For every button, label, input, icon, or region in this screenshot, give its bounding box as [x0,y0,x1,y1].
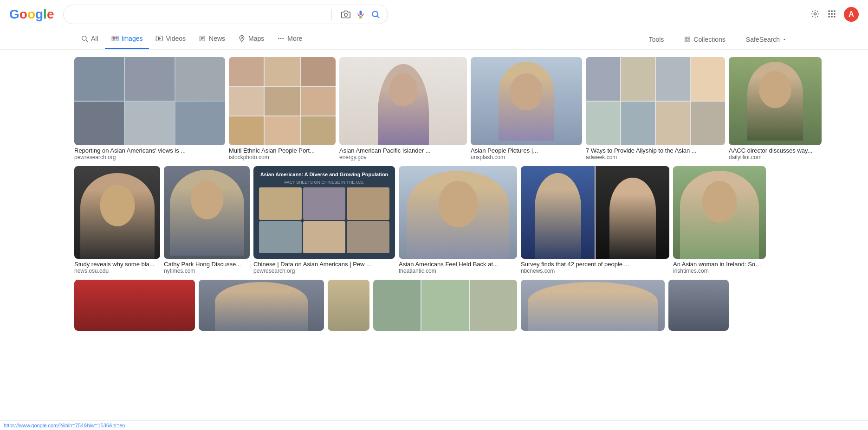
image-card-1-2[interactable]: Multi Ethnic Asian People Port... istock… [229,57,336,164]
svg-rect-11 [831,13,832,14]
image-2-5-thumbnail [521,166,669,259]
image-2-6-thumbnail [673,166,766,259]
microphone-icon [356,10,365,19]
image-card-1-3[interactable]: Asian American Pacific Islander ... ener… [339,57,467,164]
nav-all-label: All [91,35,98,42]
search-submit-button[interactable] [371,10,380,19]
image-card-2-4[interactable]: Asian Americans Feel Held Back at... the… [399,166,517,278]
logo-o1: o [19,7,27,22]
nav-images-label: Images [122,35,143,42]
svg-rect-19 [112,37,115,39]
svg-rect-21 [112,39,115,40]
card-title-2-6: An Asian woman in Ireland: Some ... [673,261,766,268]
nav-news[interactable]: News [192,29,232,49]
search-bar: asian people [63,5,388,24]
svg-rect-8 [831,10,832,12]
card-info-1-4: Asian People Pictures |... unsplash.com [471,145,582,164]
search-icons [328,9,380,20]
image-card-2-5[interactable]: Survey finds that 42 percent of people .… [521,166,669,278]
nav-bar: All Images Videos News Maps More Tools C… [0,29,868,50]
card-title-2-3: Chinese | Data on Asian Americans | Pew … [253,261,395,268]
nav-maps-label: Maps [248,35,264,42]
search-input[interactable]: asian people [71,10,328,19]
image-card-1-1[interactable]: Reporting on Asian Americans' views is .… [74,57,225,164]
card-title-1-5: 7 Ways to Provide Allyship to the Asian … [586,147,725,154]
nav-videos[interactable]: Videos [149,29,192,49]
card-info-1-5: 7 Ways to Provide Allyship to the Asian … [586,145,725,164]
svg-rect-12 [834,13,835,14]
nav-more[interactable]: More [271,29,309,49]
logo-g2: g [35,7,43,22]
image-card-1-4[interactable]: Asian People Pictures |... unsplash.com [471,57,582,164]
card-title-2-1: Study reveals why some bla... [74,261,160,268]
image-2-2-thumbnail [164,166,250,259]
card-title-2-2: Cathy Park Hong Discusse... [164,261,250,268]
nav-more-label: More [287,35,302,42]
collections-button[interactable]: Collections [678,32,732,47]
svg-rect-14 [831,16,832,17]
grid-icon [827,9,836,19]
collections-label: Collections [693,36,725,43]
svg-marker-24 [159,37,161,39]
image-card-3-6[interactable] [668,280,729,331]
image-card-2-6[interactable]: An Asian woman in Ireland: Some ... iris… [673,166,766,278]
safesearch-button[interactable]: SafeSearch [739,32,794,47]
image-card-2-3[interactable]: Asian Americans: A Diverse and Growing P… [253,166,395,278]
svg-line-17 [86,40,88,42]
card-info-1-6: AACC director discusses way... dailyilli… [729,145,822,164]
image-1-5-thumbnail [586,57,725,145]
image-row-3 [74,280,868,331]
header-right: A [810,7,859,22]
nav-all[interactable]: All [74,29,105,49]
card-title-1-1: Reporting on Asian Americans' views is .… [74,147,225,154]
card-source-2-5: nbcnews.com [521,268,669,274]
card-source-1-4: unsplash.com [471,154,582,160]
image-card-2-2[interactable]: Cathy Park Hong Discusse... nytimes.com [164,166,250,278]
news-icon [199,35,206,42]
card-info-2-1: Study reveals why some bla... news.osu.e… [74,259,160,278]
avatar[interactable]: A [844,7,859,22]
settings-button[interactable] [810,9,820,20]
safesearch-label: SafeSearch [746,36,780,43]
voice-search-button[interactable] [356,10,365,19]
image-card-3-3[interactable] [328,280,369,331]
logo-e: e [47,7,54,22]
camera-search-button[interactable] [341,10,350,19]
svg-rect-13 [829,16,830,17]
card-source-2-6: irishtimes.com [673,268,766,274]
card-source-2-1: news.osu.edu [74,268,160,274]
nav-images[interactable]: Images [105,29,149,49]
image-2-1-thumbnail [74,166,160,259]
svg-point-6 [814,13,816,15]
chevron-down-icon [782,37,787,42]
image-card-3-1[interactable] [74,280,195,331]
camera-icon [341,10,350,19]
google-apps-button[interactable] [827,9,836,20]
nav-right: Tools Collections SafeSearch [642,32,794,47]
tools-button[interactable]: Tools [642,32,671,47]
image-3-6-thumbnail [668,280,729,331]
card-source-1-1: pewresearch.org [74,154,225,160]
svg-rect-31 [685,40,687,42]
tools-label: Tools [649,36,664,43]
card-info-2-5: Survey finds that 42 percent of people .… [521,259,669,278]
svg-rect-29 [685,37,687,39]
logo-o2: o [27,7,35,22]
google-logo[interactable]: Google [9,7,54,22]
card-source-2-3: pewresearch.org [253,268,395,274]
svg-point-26 [278,38,279,39]
image-card-1-5[interactable]: 7 Ways to Provide Allyship to the Asian … [586,57,725,164]
nav-maps[interactable]: Maps [232,29,271,49]
image-card-2-1[interactable]: Study reveals why some bla... news.osu.e… [74,166,160,278]
image-card-1-6[interactable]: AACC director discusses way... dailyilli… [729,57,822,164]
card-info-1-2: Multi Ethnic Asian People Port... istock… [229,145,336,164]
svg-rect-9 [834,10,835,12]
logo-g: G [9,7,19,22]
image-card-3-4[interactable] [373,280,517,331]
image-2-4-thumbnail [399,166,517,259]
card-info-1-1: Reporting on Asian Americans' views is .… [74,145,225,164]
image-card-3-5[interactable] [521,280,665,331]
image-card-3-2[interactable] [199,280,324,331]
videos-icon [155,35,163,42]
image-3-5-thumbnail [521,280,665,331]
